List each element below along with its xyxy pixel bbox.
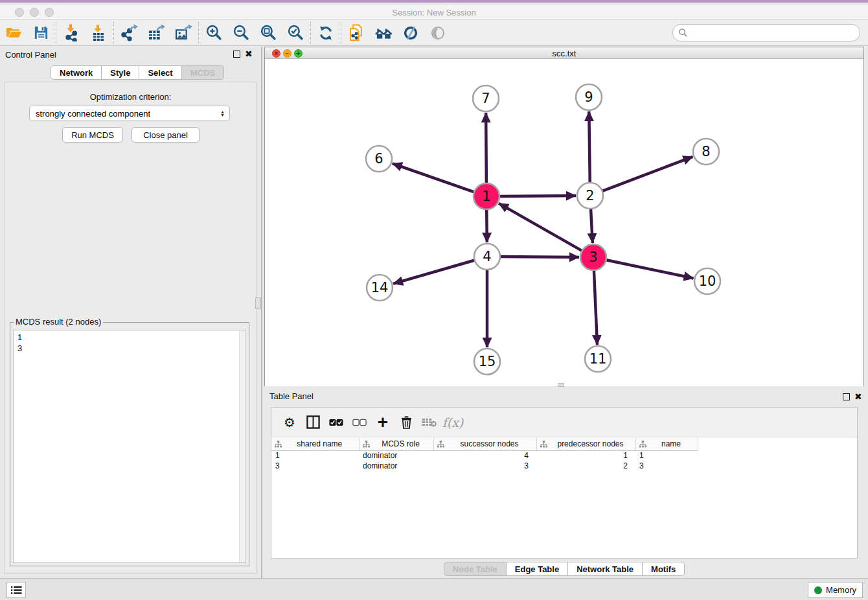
- graph-edge-4-14[interactable]: [393, 260, 476, 284]
- zoom-selected-icon[interactable]: [282, 21, 309, 45]
- delete-table-icon[interactable]: [418, 411, 441, 434]
- import-network-icon[interactable]: [58, 21, 85, 45]
- search-input[interactable]: [688, 28, 860, 38]
- clone-network-icon[interactable]: [343, 21, 370, 45]
- tab-node-table[interactable]: Node Table: [444, 562, 507, 576]
- mcds-result-title: MCDS result (2 nodes): [14, 317, 103, 327]
- graph-node-label: 10: [699, 273, 716, 289]
- gear-icon[interactable]: ⚙: [278, 411, 301, 434]
- graph-node-label: 4: [483, 249, 491, 264]
- float-panel-icon[interactable]: [233, 51, 240, 58]
- tab-network[interactable]: Network: [51, 65, 102, 80]
- graph-node-label: 11: [589, 351, 607, 367]
- table-cell[interactable]: 3: [433, 461, 536, 471]
- network-window-titlebar[interactable]: × − + scc.txt: [265, 47, 863, 59]
- control-panel-tabs: NetworkStyleSelectMCDS: [51, 65, 224, 80]
- column-header-MCDS-role[interactable]: MCDS role: [359, 438, 433, 450]
- table-cell[interactable]: 4: [433, 450, 536, 461]
- splitter-grip[interactable]: [255, 297, 261, 309]
- tab-style[interactable]: Style: [102, 65, 139, 80]
- toolbar-separator: [198, 22, 199, 44]
- graph-edge-1-2[interactable]: [498, 196, 576, 196]
- vertical-splitter[interactable]: [261, 47, 262, 579]
- graph-edge-3-10[interactable]: [605, 260, 694, 279]
- graph-node-label: 9: [584, 89, 593, 105]
- memory-button[interactable]: Memory: [808, 582, 863, 598]
- tab-motifs[interactable]: Motifs: [643, 562, 685, 576]
- table-row[interactable]: 1dominator411: [271, 450, 698, 461]
- app-window: Session: New Session: [0, 0, 868, 600]
- trash-icon[interactable]: [394, 411, 418, 434]
- add-row-icon[interactable]: +: [371, 411, 394, 434]
- graph-node-label: 15: [479, 354, 496, 369]
- close-panel-button[interactable]: Close panel: [131, 127, 200, 143]
- table-cell[interactable]: dominator: [359, 450, 433, 461]
- float-panel-icon[interactable]: [843, 393, 850, 400]
- table-cell[interactable]: 1: [536, 450, 635, 461]
- graph-edge-3-11[interactable]: [594, 269, 597, 345]
- unchecked-boxes-icon[interactable]: [348, 411, 371, 434]
- split-columns-icon[interactable]: [301, 411, 325, 434]
- app-titlebar: Session: New Session: [0, 5, 868, 20]
- graph-edge-1-6[interactable]: [393, 163, 475, 192]
- table-container: ⚙ + f(x) shared n: [271, 407, 858, 559]
- node-table-body: 1dominator4113dominator323: [271, 450, 698, 471]
- toolbar-separator: [113, 22, 114, 44]
- table-cell[interactable]: 1: [271, 450, 359, 461]
- graphics-details-icon[interactable]: [397, 21, 424, 45]
- export-network-icon[interactable]: [115, 21, 143, 45]
- scrollbar[interactable]: [239, 330, 246, 562]
- eye-icon[interactable]: [424, 21, 451, 45]
- zoom-in-icon[interactable]: [200, 21, 227, 45]
- control-panel: Control Panel ✖ NetworkStyleSelectMCDS O…: [0, 47, 262, 579]
- column-header-predecessor-nodes[interactable]: predecessor nodes: [536, 438, 635, 450]
- checked-boxes-icon[interactable]: [325, 411, 348, 434]
- graph-edge-1-4[interactable]: [486, 208, 487, 242]
- column-header-name[interactable]: name: [635, 438, 698, 450]
- task-manager-button[interactable]: [6, 582, 26, 598]
- export-image-icon[interactable]: [170, 21, 197, 45]
- close-panel-icon[interactable]: ✖: [245, 49, 253, 59]
- table-cell[interactable]: 2: [536, 461, 635, 471]
- table-row[interactable]: 3dominator323: [271, 461, 698, 471]
- save-session-icon[interactable]: [27, 21, 54, 45]
- criterion-select[interactable]: strongly connected component ▲▼: [29, 106, 230, 121]
- import-table-icon[interactable]: [85, 21, 112, 45]
- graph-edge-4-3[interactable]: [499, 257, 579, 257]
- table-cell[interactable]: 3: [635, 461, 698, 471]
- graph-edge-3-1[interactable]: [499, 203, 583, 251]
- tab-edge-table[interactable]: Edge Table: [507, 562, 568, 576]
- splitter-grip[interactable]: [558, 383, 564, 387]
- graph-edge-2-9[interactable]: [589, 111, 590, 184]
- export-table-icon[interactable]: [143, 21, 170, 45]
- tab-select[interactable]: Select: [139, 65, 181, 80]
- node-table: shared nameMCDS rolesuccessor nodesprede…: [271, 438, 698, 471]
- toolbar-separator: [56, 22, 56, 44]
- run-mcds-button[interactable]: Run MCDS: [62, 127, 123, 143]
- graph-node-label: 8: [702, 144, 710, 159]
- mcds-result-area[interactable]: 1 3: [13, 330, 246, 563]
- table-cell[interactable]: 1: [635, 450, 698, 461]
- tab-network-table[interactable]: Network Table: [568, 562, 643, 576]
- select-stepper-icon: ▲▼: [220, 110, 229, 117]
- close-panel-icon[interactable]: ✖: [854, 391, 862, 402]
- refresh-icon[interactable]: [312, 21, 339, 45]
- column-flow-icon: [437, 441, 444, 448]
- open-session-icon[interactable]: [0, 21, 27, 45]
- zoom-fit-icon[interactable]: [255, 21, 282, 45]
- table-cell[interactable]: 3: [271, 461, 359, 471]
- graph-edge-2-3[interactable]: [591, 207, 593, 243]
- column-header-shared-name[interactable]: shared name: [271, 438, 359, 450]
- tab-mcds[interactable]: MCDS: [182, 65, 224, 80]
- graph-node-label: 1: [482, 189, 490, 204]
- network-canvas[interactable]: 7968124314101511: [265, 60, 863, 386]
- table-cell[interactable]: dominator: [359, 461, 433, 471]
- mcds-result-box: MCDS result (2 nodes) 1 3: [10, 322, 249, 566]
- column-header-successor-nodes[interactable]: successor nodes: [433, 438, 536, 450]
- houses-icon[interactable]: [370, 21, 397, 45]
- graph-edge-2-8[interactable]: [601, 157, 693, 192]
- optimization-criterion-label: Optimization criterion:: [5, 92, 256, 102]
- function-icon[interactable]: f(x): [441, 411, 464, 434]
- zoom-out-icon[interactable]: [227, 21, 255, 45]
- graph-edge-1-7[interactable]: [486, 113, 486, 185]
